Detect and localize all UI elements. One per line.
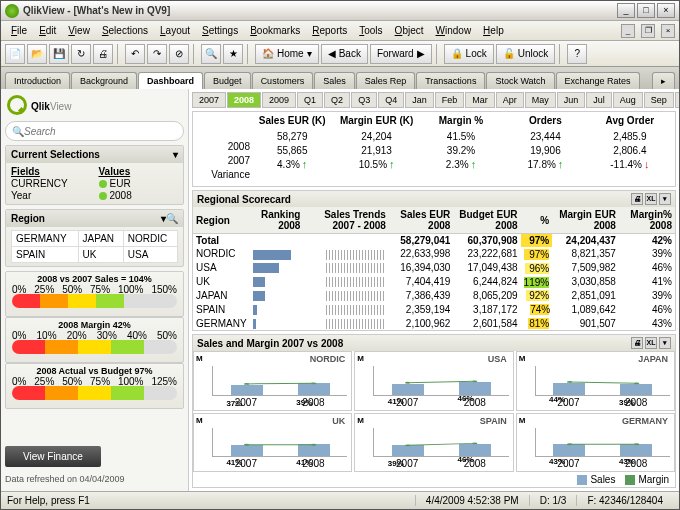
col-header[interactable]: Margin EUR 2008 xyxy=(552,207,619,234)
doc-close-button[interactable]: × xyxy=(661,24,675,38)
period-tab-Q4[interactable]: Q4 xyxy=(378,92,404,108)
period-tab-May[interactable]: May xyxy=(525,92,556,108)
doc-minimize-button[interactable]: _ xyxy=(621,24,635,38)
redo-icon[interactable]: ↷ xyxy=(147,44,167,64)
mini-chart-uk[interactable]: MUK 41% 41% 20072008 xyxy=(193,413,352,472)
menu-file[interactable]: File xyxy=(5,23,33,38)
doc-restore-button[interactable]: ❐ xyxy=(641,24,655,38)
mini-chart-germany[interactable]: MGERMANY 43% 43% 20072008 xyxy=(516,413,675,472)
new-icon[interactable]: 📄 xyxy=(5,44,25,64)
open-icon[interactable]: 📂 xyxy=(27,44,47,64)
table-row[interactable]: USA16,394,03017,049,43896%7,509,98246% xyxy=(193,261,675,275)
col-header[interactable]: Region xyxy=(193,207,250,234)
period-tab-Oct[interactable]: Oct xyxy=(675,92,679,108)
table-row[interactable]: JAPAN7,386,4398,065,20992%2,851,09139% xyxy=(193,289,675,303)
search-input[interactable] xyxy=(24,126,177,137)
lock-button[interactable]: 🔒Lock xyxy=(444,44,494,64)
menu-layout[interactable]: Layout xyxy=(154,23,196,38)
home-button[interactable]: 🏠Home▾ xyxy=(255,44,319,64)
region-cell[interactable]: USA xyxy=(123,247,177,263)
tab-customers[interactable]: Customers xyxy=(252,72,314,89)
tab-background[interactable]: Background xyxy=(71,72,137,89)
period-tab-2008[interactable]: 2008 xyxy=(227,92,261,108)
excel-icon[interactable]: XL xyxy=(645,337,657,349)
tab-dashboard[interactable]: Dashboard xyxy=(138,72,203,89)
tab-transactions[interactable]: Transactions xyxy=(416,72,485,89)
period-tab-2009[interactable]: 2009 xyxy=(262,92,296,108)
forward-button[interactable]: Forward▶ xyxy=(370,44,432,64)
menu-view[interactable]: View xyxy=(62,23,96,38)
refresh-icon[interactable]: ↻ xyxy=(71,44,91,64)
period-tab-Feb[interactable]: Feb xyxy=(435,92,465,108)
search-box[interactable]: 🔍 xyxy=(5,121,184,141)
tab-stock-watch[interactable]: Stock Watch xyxy=(486,72,554,89)
unlock-button[interactable]: 🔓Unlock xyxy=(496,44,556,64)
print-icon[interactable]: 🖨 xyxy=(631,337,643,349)
menu-settings[interactable]: Settings xyxy=(196,23,244,38)
col-header[interactable]: Budget EUR 2008 xyxy=(453,207,520,234)
col-header[interactable]: Sales EUR 2008 xyxy=(389,207,453,234)
view-finance-button[interactable]: View Finance xyxy=(5,446,101,467)
mini-chart-japan[interactable]: MJAPAN 44% 39% 20072008 xyxy=(516,351,675,410)
table-row[interactable]: NORDIC22,633,99823,222,68197%8,821,35739… xyxy=(193,247,675,261)
menu-window[interactable]: Window xyxy=(430,23,478,38)
period-tab-Apr[interactable]: Apr xyxy=(496,92,524,108)
region-cell[interactable]: GERMANY xyxy=(12,231,79,247)
minimize-button[interactable]: _ xyxy=(617,3,635,18)
col-header[interactable]: % xyxy=(521,207,553,234)
region-cell[interactable]: JAPAN xyxy=(78,231,123,247)
save-icon[interactable]: 💾 xyxy=(49,44,69,64)
menu-icon[interactable]: ▾ xyxy=(659,337,671,349)
mini-chart-nordic[interactable]: MNORDIC 37% 39% 20072008 xyxy=(193,351,352,410)
tab-sales-rep[interactable]: Sales Rep xyxy=(356,72,416,89)
menu-reports[interactable]: Reports xyxy=(306,23,353,38)
tab-sales[interactable]: Sales xyxy=(314,72,355,89)
undo-icon[interactable]: ↶ xyxy=(125,44,145,64)
col-header[interactable]: Ranking 2008 xyxy=(250,207,304,234)
menu-tools[interactable]: Tools xyxy=(353,23,388,38)
table-row[interactable]: UK7,404,4196,244,824119%3,030,85841% xyxy=(193,275,675,289)
mini-chart-spain[interactable]: MSPAIN 39% 46% 20072008 xyxy=(354,413,513,472)
menu-icon[interactable]: ▾ xyxy=(659,193,671,205)
close-button[interactable]: × xyxy=(657,3,675,18)
tab-scroll-icon[interactable]: ▸ xyxy=(652,72,675,89)
tab-budget[interactable]: Budget xyxy=(204,72,251,89)
region-cell[interactable]: NORDIC xyxy=(123,231,177,247)
search-icon[interactable]: 🔍 xyxy=(201,44,221,64)
period-tab-2007[interactable]: 2007 xyxy=(192,92,226,108)
mini-chart-usa[interactable]: MUSA 41% 46% 20072008 xyxy=(354,351,513,410)
col-header[interactable]: Margin% 2008 xyxy=(619,207,675,234)
region-cell[interactable]: UK xyxy=(78,247,123,263)
period-tab-Jun[interactable]: Jun xyxy=(557,92,586,108)
print-icon[interactable]: 🖨 xyxy=(631,193,643,205)
period-tab-Q1[interactable]: Q1 xyxy=(297,92,323,108)
period-tab-Sep[interactable]: Sep xyxy=(644,92,674,108)
app-window: QlikView - [What's New in QV9] _ □ × Fil… xyxy=(0,0,680,510)
menu-edit[interactable]: Edit xyxy=(33,23,62,38)
panel-menu-icon[interactable]: ▾ xyxy=(173,149,178,160)
period-tab-Jan[interactable]: Jan xyxy=(405,92,434,108)
panel-menu-icon[interactable]: ▾🔍 xyxy=(161,213,178,224)
menu-selections[interactable]: Selections xyxy=(96,23,154,38)
period-tab-Aug[interactable]: Aug xyxy=(613,92,643,108)
table-row[interactable]: GERMANY2,100,9622,601,58481%901,50743% xyxy=(193,316,675,330)
period-tab-Mar[interactable]: Mar xyxy=(465,92,495,108)
bookmark-icon[interactable]: ★ xyxy=(223,44,243,64)
menu-help[interactable]: Help xyxy=(477,23,510,38)
tab-exchange-rates[interactable]: Exchange Rates xyxy=(556,72,640,89)
print-icon[interactable]: 🖨 xyxy=(93,44,113,64)
region-cell[interactable]: SPAIN xyxy=(12,247,79,263)
back-button[interactable]: ◀Back xyxy=(321,44,368,64)
maximize-button[interactable]: □ xyxy=(637,3,655,18)
menu-bookmarks[interactable]: Bookmarks xyxy=(244,23,306,38)
help-icon[interactable]: ? xyxy=(567,44,587,64)
period-tab-Q3[interactable]: Q3 xyxy=(351,92,377,108)
period-tab-Q2[interactable]: Q2 xyxy=(324,92,350,108)
col-header[interactable]: Sales Trends 2007 - 2008 xyxy=(303,207,388,234)
excel-icon[interactable]: XL xyxy=(645,193,657,205)
period-tab-Jul[interactable]: Jul xyxy=(586,92,612,108)
clear-icon[interactable]: ⊘ xyxy=(169,44,189,64)
menu-object[interactable]: Object xyxy=(389,23,430,38)
tab-introduction[interactable]: Introduction xyxy=(5,72,70,89)
table-row[interactable]: SPAIN2,359,1943,187,17274%1,089,64246% xyxy=(193,302,675,316)
